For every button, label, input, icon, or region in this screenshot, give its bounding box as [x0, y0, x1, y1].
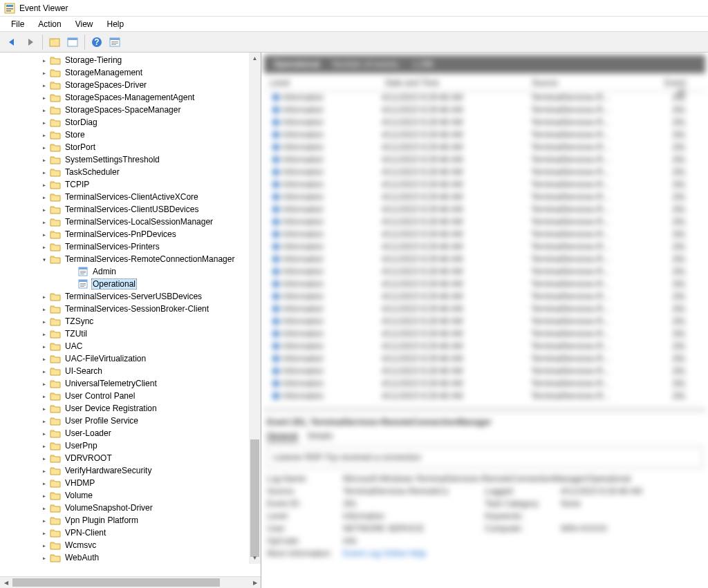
tree-item[interactable]: User Device Registration — [0, 402, 261, 415]
tree-item[interactable]: VolumeSnapshot-Driver — [0, 502, 261, 514]
event-row[interactable]: Information4/11/2023 9:29:48 AMTerminalS… — [264, 328, 705, 340]
event-row[interactable]: Information4/11/2023 9:29:48 AMTerminalS… — [264, 365, 705, 377]
event-row[interactable]: Information4/11/2023 9:29:48 AMTerminalS… — [264, 91, 705, 104]
expander-icon[interactable] — [39, 355, 50, 363]
tree-item[interactable]: SystemSettingsThreshold — [0, 153, 261, 166]
scroll-up-arrow[interactable]: ▲ — [249, 53, 261, 64]
tree-item[interactable]: TerminalServices-LocalSessionManager — [0, 216, 261, 228]
event-row[interactable]: Information4/11/2023 9:29:48 AMTerminalS… — [264, 203, 705, 216]
scroll-down-arrow[interactable]: ▼ — [249, 552, 261, 564]
expander-icon[interactable] — [39, 293, 50, 301]
tree-item[interactable]: StorageSpaces-Driver — [0, 79, 261, 91]
tree-item[interactable]: UniversalTelemetryClient — [0, 377, 261, 390]
help-button[interactable]: ? — [88, 34, 105, 50]
expander-icon[interactable] — [39, 144, 50, 151]
expander-icon[interactable] — [39, 517, 50, 524]
expander-icon[interactable] — [39, 480, 50, 487]
tree-item[interactable]: StorageManagement — [0, 66, 261, 79]
col-datetime[interactable]: Date and Time — [380, 76, 526, 91]
scrollbar-thumb[interactable] — [250, 439, 259, 557]
expander-icon[interactable] — [39, 492, 50, 500]
expander-icon[interactable] — [39, 206, 50, 214]
event-row[interactable]: Information4/11/2023 9:29:48 AMTerminalS… — [264, 390, 705, 402]
event-row[interactable]: Information4/11/2023 9:29:48 AMTerminalS… — [264, 166, 705, 178]
expander-icon[interactable] — [39, 106, 50, 114]
tree-item[interactable]: StorPort — [0, 141, 261, 153]
event-row[interactable]: Information4/11/2023 9:29:48 AMTerminalS… — [264, 216, 705, 228]
tree-view[interactable]: Storage-TieringStorageManagementStorageS… — [0, 53, 261, 564]
tree-item[interactable]: Admin — [0, 265, 261, 278]
tree-item[interactable]: UI-Search — [0, 365, 261, 377]
tree-item[interactable]: Storage-Tiering — [0, 54, 261, 66]
events-list[interactable]: Information4/11/2023 9:29:48 AMTerminalS… — [264, 91, 705, 402]
event-row[interactable]: Information4/11/2023 9:29:48 AMTerminalS… — [264, 153, 705, 166]
properties-button[interactable] — [106, 34, 123, 50]
tree-item[interactable]: Volume — [0, 489, 261, 502]
scroll-left-arrow[interactable]: ◀ — [0, 577, 12, 588]
expander-icon[interactable] — [39, 380, 50, 388]
tree-item[interactable]: TZUtil — [0, 328, 261, 340]
tree-item[interactable]: UserPnp — [0, 439, 261, 452]
tree-item[interactable]: VDRVROOT — [0, 452, 261, 464]
tree-item[interactable]: StorageSpaces-SpaceManager — [0, 104, 261, 116]
horizontal-scrollbar[interactable]: ◀ ▶ — [0, 576, 261, 588]
col-source[interactable]: Source — [526, 76, 659, 91]
expander-icon[interactable] — [39, 82, 50, 89]
col-level[interactable]: Level — [264, 76, 380, 91]
tree-item[interactable]: TerminalServices-Printers — [0, 240, 261, 253]
expander-icon[interactable] — [39, 181, 50, 189]
event-row[interactable]: Information4/11/2023 9:29:48 AMTerminalS… — [264, 352, 705, 365]
tree-item[interactable]: UAC — [0, 340, 261, 352]
menu-view[interactable]: View — [68, 18, 100, 30]
tree-item[interactable]: StorageSpaces-ManagementAgent — [0, 91, 261, 104]
event-row[interactable]: Information4/11/2023 9:29:48 AMTerminalS… — [264, 303, 705, 315]
expander-icon[interactable] — [39, 169, 50, 176]
tree-item[interactable]: Wcmsvc — [0, 539, 261, 551]
event-row[interactable]: Information4/11/2023 9:29:48 AMTerminalS… — [264, 290, 705, 303]
event-row[interactable]: Information4/11/2023 9:29:48 AMTerminalS… — [264, 377, 705, 390]
expander-icon[interactable] — [39, 218, 50, 226]
expander-icon[interactable] — [39, 417, 50, 425]
tree-item[interactable]: TerminalServices-ServerUSBDevices — [0, 290, 261, 303]
tree-item[interactable]: VerifyHardwareSecurity — [0, 464, 261, 477]
event-row[interactable]: Information4/11/2023 9:29:48 AMTerminalS… — [264, 191, 705, 203]
expander-icon[interactable] — [39, 504, 50, 512]
show-hide-tree-button[interactable] — [46, 34, 63, 50]
expander-icon[interactable] — [39, 368, 50, 375]
tree-item[interactable]: VHDMP — [0, 477, 261, 489]
expander-icon[interactable] — [39, 256, 50, 263]
back-button[interactable] — [4, 34, 21, 50]
event-row[interactable]: Information4/11/2023 9:29:48 AMTerminalS… — [264, 129, 705, 141]
event-row[interactable]: Information4/11/2023 9:29:48 AMTerminalS… — [264, 116, 705, 129]
expander-icon[interactable] — [39, 442, 50, 450]
expander-icon[interactable] — [39, 318, 50, 325]
event-row[interactable]: Information4/11/2023 9:29:48 AMTerminalS… — [264, 178, 705, 191]
expander-icon[interactable] — [39, 467, 50, 475]
tree-item[interactable]: UAC-FileVirtualization — [0, 352, 261, 365]
expander-icon[interactable] — [39, 330, 50, 338]
tree-item[interactable]: VPN-Client — [0, 527, 261, 539]
link-moreinfo[interactable]: Event Log Online Help — [343, 549, 702, 558]
event-row[interactable]: Information4/11/2023 9:29:48 AMTerminalS… — [264, 228, 705, 240]
expander-icon[interactable] — [39, 57, 50, 64]
tree-item[interactable]: WebAuth — [0, 551, 261, 564]
expander-icon[interactable] — [39, 392, 50, 400]
tree-item[interactable]: TaskScheduler — [0, 166, 261, 178]
col-eventid[interactable]: Event ID — [659, 76, 705, 91]
export-button[interactable] — [64, 34, 81, 50]
event-row[interactable]: Information4/11/2023 9:29:48 AMTerminalS… — [264, 315, 705, 328]
tree-item[interactable]: TerminalServices-PnPDevices — [0, 228, 261, 240]
expander-icon[interactable] — [39, 156, 50, 164]
expander-icon[interactable] — [39, 542, 50, 549]
tree-item[interactable]: Operational — [0, 278, 261, 290]
event-row[interactable]: Information4/11/2023 9:29:48 AMTerminalS… — [264, 253, 705, 265]
event-row[interactable]: Information4/11/2023 9:29:48 AMTerminalS… — [264, 340, 705, 352]
expander-icon[interactable] — [39, 119, 50, 126]
tree-item[interactable]: TZSync — [0, 315, 261, 328]
tree-item[interactable]: User-Loader — [0, 427, 261, 439]
event-row[interactable]: Information4/11/2023 9:29:48 AMTerminalS… — [264, 240, 705, 253]
expander-icon[interactable] — [39, 305, 50, 313]
vertical-scrollbar[interactable]: ▲ ▼ — [249, 53, 261, 564]
expander-icon[interactable] — [39, 69, 50, 77]
tree-item[interactable]: TerminalServices-ClientUSBDevices — [0, 203, 261, 216]
